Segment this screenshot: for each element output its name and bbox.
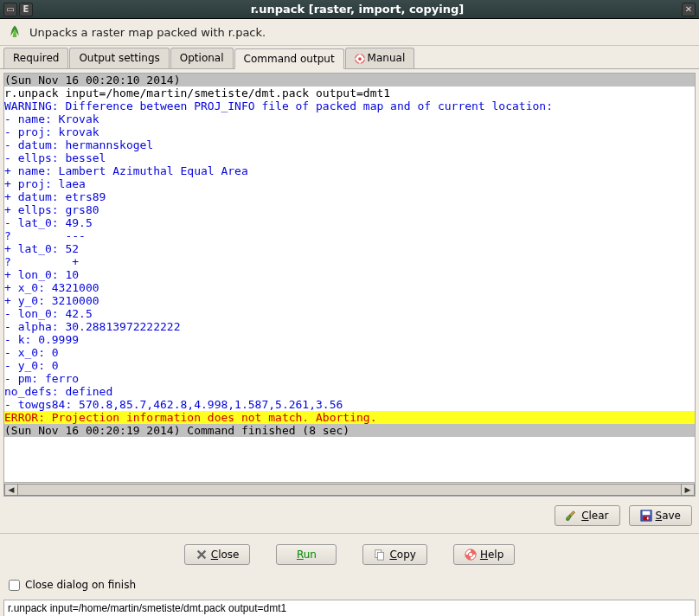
module-header: Unpacks a raster map packed with r.pack. <box>0 19 699 46</box>
window-controls: ▭ E <box>3 3 33 16</box>
svg-rect-5 <box>362 58 364 60</box>
output-line: (Sun Nov 16 00:20:19 2014) Command finis… <box>4 424 695 437</box>
output-line: + y_0: 3210000 <box>4 294 695 307</box>
output-line: - y_0: 0 <box>4 359 695 372</box>
output-line: + datum: etrs89 <box>4 190 695 203</box>
output-line: - towgs84: 570.8,85.7,462.8,4.998,1.587,… <box>4 398 695 411</box>
close-label: lose <box>218 549 239 561</box>
titlebar: ▭ E r.unpack [raster, import, copying] ✕ <box>0 0 699 19</box>
floppy-icon <box>640 510 652 522</box>
tabs: Required Output settings Optional Comman… <box>0 46 699 69</box>
output-line: + name: Lambert Azimuthal Equal Area <box>4 164 695 177</box>
close-button[interactable]: Close <box>184 544 251 565</box>
main-button-row: Close Run Copy Help <box>0 536 699 574</box>
broom-icon <box>566 510 578 522</box>
command-input[interactable] <box>3 600 696 616</box>
close-dialog-checkbox[interactable] <box>9 580 20 591</box>
output-line: + lat_0: 52 <box>4 242 695 255</box>
scroll-left-icon[interactable]: ◀ <box>4 484 18 496</box>
output-line: - lat_0: 49.5 <box>4 216 695 229</box>
tab-required[interactable]: Required <box>3 48 68 68</box>
svg-point-13 <box>468 552 472 556</box>
tab-optional[interactable]: Optional <box>170 48 234 68</box>
lifebuoy-icon <box>465 549 477 561</box>
output-button-row: Clear Save <box>0 500 699 531</box>
window-title: r.unpack [raster, import, copying] <box>33 3 682 16</box>
svg-rect-3 <box>359 61 361 63</box>
output-line: no_defs: defined <box>4 385 695 398</box>
output-line: - k: 0.9999 <box>4 333 695 346</box>
output-line: - proj: krovak <box>4 125 695 138</box>
svg-rect-11 <box>378 552 384 560</box>
output-line: - x_0: 0 <box>4 346 695 359</box>
tab-command-output[interactable]: Command output <box>234 48 344 69</box>
output-line: + lon_0: 10 <box>4 268 695 281</box>
scroll-right-icon[interactable]: ▶ <box>681 484 695 496</box>
svg-rect-7 <box>642 511 650 515</box>
run-button[interactable]: Run <box>276 544 337 565</box>
run-label: un <box>304 549 317 561</box>
svg-point-1 <box>358 57 362 61</box>
grass-icon <box>7 24 22 40</box>
clear-button[interactable]: Clear <box>555 505 619 526</box>
output-line: r.unpack input=/home/martin/smetiste/dmt… <box>4 87 695 99</box>
help-label: elp <box>488 549 503 561</box>
clear-label: lear <box>589 510 609 522</box>
output-line: ERROR: Projection information does not m… <box>4 411 695 424</box>
output-line: - datum: hermannskogel <box>4 138 695 151</box>
close-dialog-label: Close dialog on finish <box>25 579 136 591</box>
copy-label: opy <box>397 549 416 561</box>
output-line: - ellps: bessel <box>4 151 695 164</box>
output-line: ? + <box>4 255 695 268</box>
output-line: - name: Krovak <box>4 112 695 125</box>
help-icon <box>355 54 365 64</box>
save-button[interactable]: Save <box>629 505 692 526</box>
command-output-panel: (Sun Nov 16 00:20:10 2014) r.unpack inpu… <box>3 73 696 497</box>
output-line: - pm: ferro <box>4 372 695 385</box>
output-line: + ellps: grs80 <box>4 203 695 216</box>
tab-manual[interactable]: Manual <box>345 48 415 68</box>
output-line: (Sun Nov 16 00:20:10 2014) <box>4 74 695 87</box>
close-dialog-checkbox-row: Close dialog on finish <box>0 574 699 596</box>
output-line: ? --- <box>4 229 695 242</box>
tab-output-settings[interactable]: Output settings <box>69 48 169 68</box>
svg-rect-4 <box>355 58 357 60</box>
output-line: + proj: laea <box>4 177 695 190</box>
close-icon <box>196 549 208 561</box>
window-close-icon[interactable]: ✕ <box>682 3 696 16</box>
scroll-track[interactable] <box>18 484 681 496</box>
output-line: WARNING: Difference between PROJ_INFO fi… <box>4 99 695 112</box>
output-line: + x_0: 4321000 <box>4 281 695 294</box>
window-minimize-icon[interactable]: ▭ <box>3 3 17 16</box>
save-label: ave <box>662 510 681 522</box>
output-line: - alpha: 30.28813972222222 <box>4 320 695 333</box>
horizontal-scrollbar[interactable]: ◀ ▶ <box>4 482 695 496</box>
window-restore-icon[interactable]: E <box>19 3 33 16</box>
divider <box>0 533 699 534</box>
help-button[interactable]: Help <box>453 544 515 565</box>
command-output-text[interactable]: (Sun Nov 16 00:20:10 2014) r.unpack inpu… <box>4 74 695 482</box>
copy-button[interactable]: Copy <box>362 544 426 565</box>
svg-rect-9 <box>646 517 648 520</box>
copy-icon <box>374 549 386 561</box>
module-description: Unpacks a raster map packed with r.pack. <box>29 26 266 39</box>
output-line: - lon_0: 42.5 <box>4 307 695 320</box>
svg-rect-2 <box>359 54 361 56</box>
